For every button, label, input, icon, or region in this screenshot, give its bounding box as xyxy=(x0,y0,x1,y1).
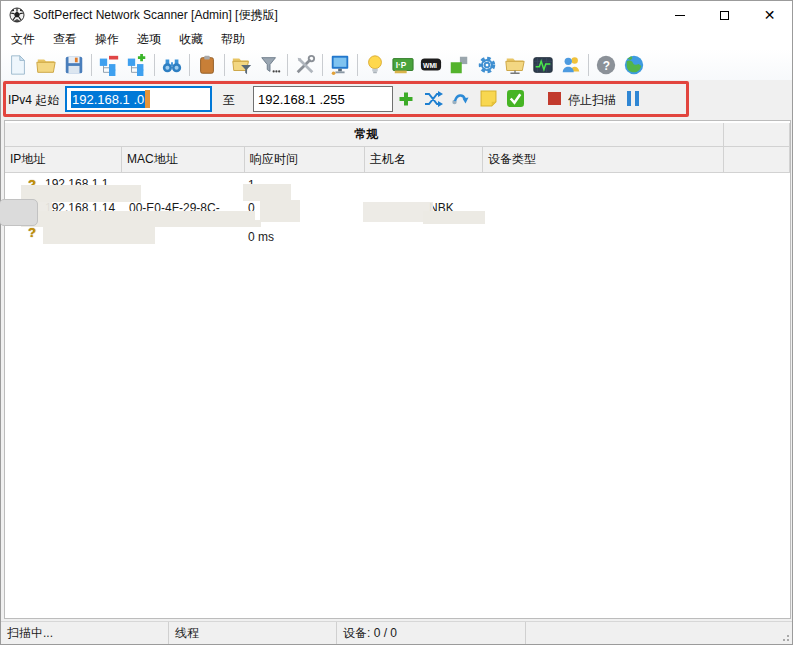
remote-computer-icon[interactable] xyxy=(327,52,353,78)
redaction-mosaic xyxy=(260,200,300,222)
random-shuffle-icon[interactable] xyxy=(424,90,443,108)
toolbar-separator xyxy=(91,54,92,76)
svg-text:I·P: I·P xyxy=(396,60,407,69)
stop-scan-button[interactable]: 停止扫描 xyxy=(568,92,616,109)
toolbar-separator xyxy=(588,54,589,76)
title-bar: SoftPerfect Network Scanner [Admin] [便携版… xyxy=(1,1,792,29)
users-icon[interactable] xyxy=(558,52,584,78)
wmi-icon[interactable]: WMI xyxy=(418,52,444,78)
activity-monitor-icon[interactable] xyxy=(530,52,556,78)
row-response-time[interactable]: 0 ms xyxy=(248,230,274,244)
note-icon[interactable] xyxy=(480,90,497,107)
redaction-mosaic xyxy=(21,185,141,202)
stop-icon[interactable] xyxy=(548,92,561,105)
redaction-mosaic xyxy=(21,211,255,227)
column-header-mac[interactable]: MAC地址 xyxy=(122,147,245,173)
group-header-filler xyxy=(724,123,790,147)
expand-tree-icon[interactable] xyxy=(124,52,150,78)
maximize-icon xyxy=(720,11,729,20)
column-header-device-type[interactable]: 设备类型 xyxy=(483,147,724,173)
end-value-text: 192.168.1 .255 xyxy=(258,92,345,107)
toolbar: I·P WMI ? xyxy=(1,49,792,80)
ipv4-start-input[interactable]: 192.168.1 .0 xyxy=(65,86,212,112)
ip-card-icon[interactable]: I·P xyxy=(390,52,416,78)
redaction-mosaic xyxy=(243,184,291,201)
status-bar: 扫描中... 线程 设备: 0 / 0 xyxy=(1,621,792,644)
group-header-general[interactable]: 常规 xyxy=(5,123,724,147)
filter-more-icon[interactable] xyxy=(257,52,283,78)
status-threads: 线程 xyxy=(169,622,337,644)
ipv4-end-input[interactable]: 192.168.1 .255 xyxy=(253,86,393,112)
tools-icon[interactable] xyxy=(292,52,318,78)
redaction-mosaic xyxy=(243,220,261,227)
app-soccer-icon xyxy=(9,7,25,23)
menu-actions[interactable]: 操作 xyxy=(86,29,128,50)
new-document-icon[interactable] xyxy=(5,52,31,78)
web-globe-icon[interactable] xyxy=(621,52,647,78)
menu-view[interactable]: 查看 xyxy=(44,29,86,50)
toolbar-separator xyxy=(322,54,323,76)
redaction-mosaic xyxy=(43,226,155,244)
column-header-ip[interactable]: IP地址 xyxy=(5,147,122,173)
column-header-hostname[interactable]: 主机名 xyxy=(365,147,483,173)
toolbar-separator xyxy=(224,54,225,76)
menu-options[interactable]: 选项 xyxy=(128,29,170,50)
close-icon: ✕ xyxy=(764,8,776,22)
toolbar-separator xyxy=(189,54,190,76)
menu-bar: 文件 查看 操作 选项 收藏 帮助 xyxy=(1,29,792,49)
settings-gear-icon[interactable] xyxy=(474,52,500,78)
close-button[interactable]: ✕ xyxy=(747,1,792,29)
maximize-button[interactable] xyxy=(702,1,747,29)
selected-text: 192.168.1 .0 xyxy=(71,91,145,108)
toolbar-separator xyxy=(287,54,288,76)
results-grid: 常规 IP地址 MAC地址 响应时间 主机名 设备类型 ? 192.168.1.… xyxy=(4,120,791,619)
status-filler xyxy=(526,622,792,644)
resize-grip[interactable] xyxy=(780,632,790,642)
shared-folder-icon[interactable] xyxy=(502,52,528,78)
find-binoculars-icon[interactable] xyxy=(159,52,185,78)
collapse-tree-icon[interactable] xyxy=(96,52,122,78)
green-blocks-icon[interactable] xyxy=(446,52,472,78)
app-window: SoftPerfect Network Scanner [Admin] [便携版… xyxy=(0,0,793,645)
redaction-mosaic xyxy=(423,211,485,224)
open-file-icon[interactable] xyxy=(33,52,59,78)
column-header-filler xyxy=(724,147,790,173)
scan-range-bar: IPv4 起始 192.168.1 .0 至 192.168.1 .255 停止… xyxy=(1,80,792,118)
menu-file[interactable]: 文件 xyxy=(2,29,44,50)
redaction-pill xyxy=(0,199,38,226)
window-title: SoftPerfect Network Scanner [Admin] [便携版… xyxy=(33,7,657,24)
status-devices: 设备: 0 / 0 xyxy=(337,622,526,644)
trace-route-icon[interactable] xyxy=(452,92,470,106)
minimize-button[interactable] xyxy=(657,1,702,29)
toolbar-separator xyxy=(357,54,358,76)
menu-bookmarks[interactable]: 收藏 xyxy=(170,29,212,50)
minimize-icon xyxy=(675,15,685,16)
svg-text:WMI: WMI xyxy=(423,61,437,68)
menu-help[interactable]: 帮助 xyxy=(212,29,254,50)
ipv4-start-label: IPv4 起始 xyxy=(8,92,59,109)
hints-bulb-icon[interactable] xyxy=(362,52,388,78)
filter-folder-icon[interactable] xyxy=(229,52,255,78)
help-icon[interactable]: ? xyxy=(593,52,619,78)
toolbar-separator xyxy=(154,54,155,76)
to-label: 至 xyxy=(223,92,235,109)
text-caret xyxy=(145,90,150,108)
content-area: 常规 IP地址 MAC地址 响应时间 主机名 设备类型 ? 192.168.1.… xyxy=(1,118,792,621)
svg-text:?: ? xyxy=(603,58,610,72)
save-icon[interactable] xyxy=(61,52,87,78)
status-scanning: 扫描中... xyxy=(1,622,169,644)
column-header-response-time[interactable]: 响应时间 xyxy=(245,147,365,173)
add-range-icon[interactable] xyxy=(398,91,414,107)
unknown-device-icon: ? xyxy=(28,225,41,240)
checkbox-check-icon[interactable] xyxy=(507,90,524,107)
pause-icon[interactable] xyxy=(627,91,639,106)
paste-clipboard-icon[interactable] xyxy=(194,52,220,78)
